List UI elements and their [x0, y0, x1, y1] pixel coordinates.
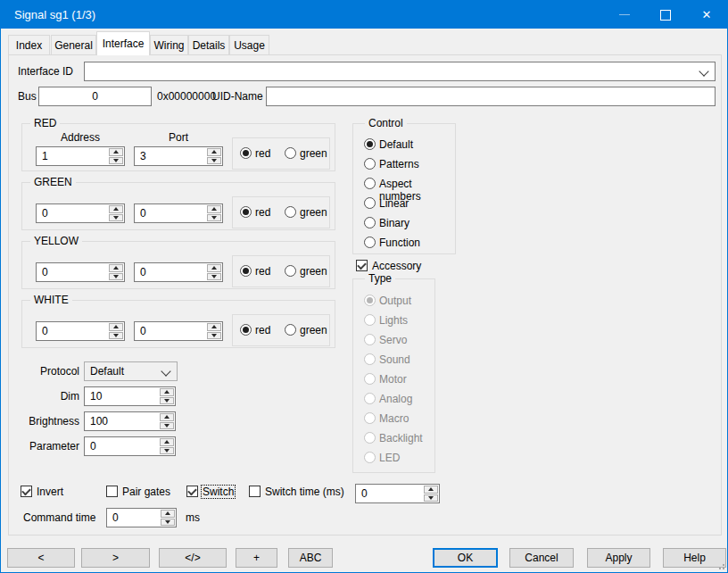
- switch-checkbox[interactable]: [186, 486, 198, 497]
- yellow-address-spinner[interactable]: 0: [36, 262, 125, 282]
- white-address-spinner[interactable]: 0: [36, 321, 125, 341]
- pair-gates-checkbox[interactable]: [106, 486, 118, 497]
- switch-time-label[interactable]: Switch time (ms): [265, 486, 344, 498]
- yellow-gate-red-label[interactable]: red: [255, 265, 270, 278]
- pair-gates-label[interactable]: Pair gates: [122, 486, 170, 498]
- control-linear-label[interactable]: Linear: [379, 197, 409, 210]
- green-port-spinner[interactable]: 0: [134, 203, 223, 223]
- invert-checkbox[interactable]: [21, 486, 32, 497]
- spin-down-button[interactable]: [424, 494, 438, 502]
- spin-down-button[interactable]: [160, 422, 174, 430]
- red-gate-red-radio[interactable]: [240, 147, 252, 159]
- white-gate-green-label[interactable]: green: [300, 324, 327, 336]
- spin-up-button[interactable]: [207, 148, 221, 156]
- tab-general[interactable]: General: [51, 35, 96, 54]
- spin-down-button[interactable]: [109, 273, 123, 281]
- tab-index[interactable]: Index: [8, 35, 50, 54]
- yellow-port-spinner[interactable]: 0: [134, 262, 223, 282]
- red-gate-green-label[interactable]: green: [300, 147, 327, 160]
- bus-field[interactable]: 0: [38, 87, 152, 106]
- prev-button[interactable]: <: [7, 548, 75, 568]
- spin-down-button[interactable]: [109, 157, 123, 165]
- switch-label[interactable]: Switch: [202, 486, 235, 498]
- spin-up-button[interactable]: [109, 264, 123, 272]
- spin-up-button[interactable]: [424, 486, 438, 494]
- code-button[interactable]: </>: [159, 548, 227, 568]
- control-aspect-numbers-radio[interactable]: [364, 178, 376, 189]
- white-gate-green-radio[interactable]: [285, 324, 296, 336]
- control-function-radio[interactable]: [364, 237, 376, 248]
- spin-up-button[interactable]: [109, 148, 123, 156]
- brightness-spinner[interactable]: 100: [84, 411, 176, 431]
- tab-details[interactable]: Details: [188, 35, 229, 54]
- apply-button[interactable]: Apply: [587, 548, 650, 568]
- green-gate-green-label[interactable]: green: [300, 206, 327, 219]
- spin-down-button[interactable]: [109, 332, 123, 340]
- tab-interface[interactable]: Interface: [96, 31, 150, 55]
- bus-value: 0: [45, 87, 145, 105]
- control-binary-radio[interactable]: [364, 217, 376, 228]
- resize-grip[interactable]: [716, 561, 724, 569]
- spin-down-button[interactable]: [207, 332, 221, 340]
- green-gate-green-radio[interactable]: [285, 206, 296, 218]
- spin-down-button[interactable]: [207, 273, 221, 281]
- switch-time-checkbox[interactable]: [249, 486, 261, 497]
- spin-up-button[interactable]: [207, 323, 221, 331]
- tab-wiring[interactable]: Wiring: [150, 35, 188, 54]
- cancel-button[interactable]: Cancel: [509, 548, 574, 568]
- spin-down-button[interactable]: [160, 397, 174, 405]
- tab-usage[interactable]: Usage: [229, 35, 269, 54]
- red-port-spinner[interactable]: 3: [134, 146, 223, 166]
- accessory-checkbox[interactable]: [356, 260, 368, 271]
- red-gate-red-label[interactable]: red: [255, 147, 270, 160]
- red-address-spinner[interactable]: 1: [36, 146, 125, 166]
- white-gate-red-radio[interactable]: [240, 324, 252, 336]
- white-gate-red-label[interactable]: red: [255, 324, 270, 336]
- white-port-spinner[interactable]: 0: [134, 321, 223, 341]
- close-button[interactable]: ✕: [686, 1, 727, 29]
- spin-down-button[interactable]: [161, 519, 175, 527]
- spin-up-button[interactable]: [109, 205, 123, 213]
- control-patterns-radio[interactable]: [364, 158, 376, 170]
- spin-up-button[interactable]: [160, 438, 174, 446]
- spin-up-button[interactable]: [160, 388, 174, 396]
- spin-down-button[interactable]: [207, 157, 221, 165]
- switch-time-spinner[interactable]: 0: [355, 484, 440, 503]
- ok-button[interactable]: OK: [433, 548, 498, 568]
- spin-down-button[interactable]: [160, 447, 174, 455]
- command-time-spinner[interactable]: 0: [106, 508, 177, 527]
- control-linear-radio[interactable]: [364, 197, 376, 209]
- maximize-button[interactable]: [645, 1, 686, 29]
- green-gate-red-radio[interactable]: [240, 206, 252, 218]
- accessory-label[interactable]: Accessory: [372, 260, 421, 272]
- spin-down-button[interactable]: [207, 214, 221, 222]
- interface-id-combobox[interactable]: [84, 62, 716, 81]
- green-address-spinner[interactable]: 0: [36, 203, 125, 223]
- protocol-combobox[interactable]: Default: [84, 361, 178, 381]
- next-button[interactable]: >: [81, 548, 150, 568]
- yellow-gate-green-radio[interactable]: [285, 265, 296, 277]
- yellow-gate-green-label[interactable]: green: [300, 265, 327, 278]
- add-button[interactable]: +: [236, 548, 277, 568]
- spin-up-button[interactable]: [160, 413, 174, 421]
- spin-down-button[interactable]: [109, 214, 123, 222]
- control-patterns-label[interactable]: Patterns: [379, 158, 419, 170]
- red-gate-green-radio[interactable]: [285, 147, 296, 159]
- spin-up-button[interactable]: [161, 510, 175, 518]
- spin-up-button[interactable]: [207, 205, 221, 213]
- minimize-button[interactable]: [604, 1, 645, 29]
- control-default-radio[interactable]: [364, 138, 376, 150]
- control-function-label[interactable]: Function: [379, 237, 420, 249]
- control-binary-label[interactable]: Binary: [379, 217, 410, 229]
- parameter-spinner[interactable]: 0: [84, 436, 176, 456]
- uid-name-field[interactable]: [266, 87, 716, 106]
- spin-up-button[interactable]: [207, 264, 221, 272]
- green-gate-red-label[interactable]: red: [255, 206, 270, 219]
- invert-label[interactable]: Invert: [37, 486, 63, 498]
- yellow-gate-red-radio[interactable]: [240, 265, 252, 277]
- title-bar[interactable]: Signal sg1 (1/3) ✕: [1, 1, 727, 29]
- dim-spinner[interactable]: 10: [84, 386, 176, 406]
- abc-button[interactable]: ABC: [288, 548, 333, 568]
- spin-up-button[interactable]: [109, 323, 123, 331]
- control-default-label[interactable]: Default: [379, 138, 413, 151]
